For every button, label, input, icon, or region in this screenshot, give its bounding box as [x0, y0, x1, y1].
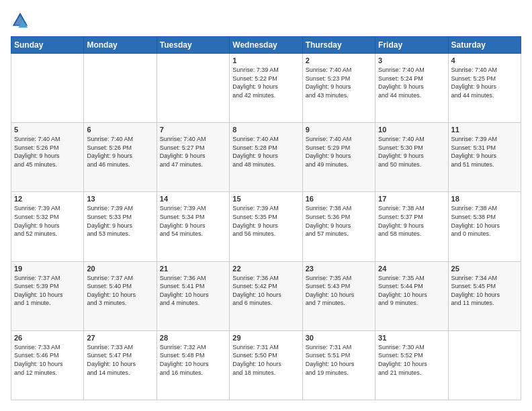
- day-cell: 16Sunrise: 7:38 AM Sunset: 5:36 PM Dayli…: [302, 192, 375, 261]
- day-cell: 28Sunrise: 7:32 AM Sunset: 5:48 PM Dayli…: [157, 330, 229, 400]
- day-info: Sunrise: 7:37 AM Sunset: 5:40 PM Dayligh…: [87, 274, 153, 308]
- day-info: Sunrise: 7:33 AM Sunset: 5:47 PM Dayligh…: [87, 343, 153, 377]
- day-cell: 17Sunrise: 7:38 AM Sunset: 5:37 PM Dayli…: [375, 192, 448, 261]
- day-info: Sunrise: 7:37 AM Sunset: 5:39 PM Dayligh…: [14, 274, 81, 308]
- day-cell: 15Sunrise: 7:39 AM Sunset: 5:35 PM Dayli…: [230, 192, 302, 261]
- day-cell: 14Sunrise: 7:39 AM Sunset: 5:34 PM Dayli…: [157, 192, 229, 261]
- weekday-header-monday: Monday: [84, 37, 157, 54]
- day-number: 22: [232, 265, 299, 273]
- day-info: Sunrise: 7:40 AM Sunset: 5:28 PM Dayligh…: [232, 135, 299, 169]
- day-info: Sunrise: 7:39 AM Sunset: 5:32 PM Dayligh…: [14, 204, 81, 238]
- day-number: 6: [87, 126, 153, 134]
- day-number: 29: [232, 334, 299, 342]
- logo: [11, 11, 32, 30]
- day-number: 31: [378, 334, 445, 342]
- day-number: 8: [232, 126, 299, 134]
- day-info: Sunrise: 7:40 AM Sunset: 5:25 PM Dayligh…: [451, 66, 518, 99]
- day-info: Sunrise: 7:33 AM Sunset: 5:46 PM Dayligh…: [14, 343, 81, 377]
- day-cell: 23Sunrise: 7:35 AM Sunset: 5:43 PM Dayli…: [302, 261, 375, 330]
- weekday-header-tuesday: Tuesday: [157, 37, 229, 54]
- day-number: 1: [232, 56, 299, 64]
- day-cell: 27Sunrise: 7:33 AM Sunset: 5:47 PM Dayli…: [84, 330, 157, 400]
- header: [11, 11, 521, 30]
- day-cell: 30Sunrise: 7:31 AM Sunset: 5:51 PM Dayli…: [302, 330, 375, 400]
- day-number: 24: [378, 265, 445, 273]
- day-number: 20: [87, 265, 153, 273]
- day-cell: 29Sunrise: 7:31 AM Sunset: 5:50 PM Dayli…: [230, 330, 302, 400]
- day-number: 13: [87, 195, 153, 203]
- weekday-header-row: SundayMondayTuesdayWednesdayThursdayFrid…: [11, 37, 521, 54]
- day-cell: 10Sunrise: 7:40 AM Sunset: 5:30 PM Dayli…: [375, 123, 448, 192]
- day-info: Sunrise: 7:31 AM Sunset: 5:51 PM Dayligh…: [306, 343, 372, 377]
- day-info: Sunrise: 7:34 AM Sunset: 5:45 PM Dayligh…: [451, 274, 518, 308]
- day-number: 14: [160, 195, 226, 203]
- week-row-2: 5Sunrise: 7:40 AM Sunset: 5:26 PM Daylig…: [11, 123, 521, 192]
- day-number: 21: [160, 265, 226, 273]
- day-number: 19: [14, 265, 81, 273]
- day-info: Sunrise: 7:38 AM Sunset: 5:38 PM Dayligh…: [451, 204, 518, 238]
- week-row-4: 19Sunrise: 7:37 AM Sunset: 5:39 PM Dayli…: [11, 261, 521, 330]
- day-number: 17: [378, 195, 445, 203]
- day-cell: 20Sunrise: 7:37 AM Sunset: 5:40 PM Dayli…: [84, 261, 157, 330]
- day-number: 2: [306, 56, 372, 64]
- day-cell: [448, 330, 521, 400]
- day-cell: [157, 54, 229, 123]
- day-info: Sunrise: 7:38 AM Sunset: 5:36 PM Dayligh…: [306, 204, 372, 238]
- day-info: Sunrise: 7:38 AM Sunset: 5:37 PM Dayligh…: [378, 204, 445, 238]
- day-cell: 31Sunrise: 7:30 AM Sunset: 5:52 PM Dayli…: [375, 330, 448, 400]
- day-info: Sunrise: 7:40 AM Sunset: 5:29 PM Dayligh…: [306, 135, 372, 169]
- day-number: 3: [378, 56, 445, 64]
- day-info: Sunrise: 7:40 AM Sunset: 5:26 PM Dayligh…: [14, 135, 81, 169]
- day-number: 4: [451, 56, 518, 64]
- week-row-1: 1Sunrise: 7:39 AM Sunset: 5:22 PM Daylig…: [11, 54, 521, 123]
- day-info: Sunrise: 7:40 AM Sunset: 5:26 PM Dayligh…: [87, 135, 153, 169]
- day-info: Sunrise: 7:40 AM Sunset: 5:24 PM Dayligh…: [378, 66, 445, 99]
- day-cell: 25Sunrise: 7:34 AM Sunset: 5:45 PM Dayli…: [448, 261, 521, 330]
- day-info: Sunrise: 7:39 AM Sunset: 5:31 PM Dayligh…: [451, 135, 518, 169]
- weekday-header-friday: Friday: [375, 37, 448, 54]
- day-cell: 13Sunrise: 7:39 AM Sunset: 5:33 PM Dayli…: [84, 192, 157, 261]
- day-cell: 6Sunrise: 7:40 AM Sunset: 5:26 PM Daylig…: [84, 123, 157, 192]
- day-number: 9: [306, 126, 372, 134]
- day-info: Sunrise: 7:39 AM Sunset: 5:35 PM Dayligh…: [232, 204, 299, 238]
- weekday-header-sunday: Sunday: [11, 37, 84, 54]
- day-number: 25: [451, 265, 518, 273]
- day-number: 18: [451, 195, 518, 203]
- day-number: 15: [232, 195, 299, 203]
- day-cell: 5Sunrise: 7:40 AM Sunset: 5:26 PM Daylig…: [11, 123, 84, 192]
- day-info: Sunrise: 7:39 AM Sunset: 5:34 PM Dayligh…: [160, 204, 226, 238]
- day-cell: 11Sunrise: 7:39 AM Sunset: 5:31 PM Dayli…: [448, 123, 521, 192]
- day-cell: 3Sunrise: 7:40 AM Sunset: 5:24 PM Daylig…: [375, 54, 448, 123]
- day-number: 12: [14, 195, 81, 203]
- day-info: Sunrise: 7:30 AM Sunset: 5:52 PM Dayligh…: [378, 343, 445, 377]
- page: SundayMondayTuesdayWednesdayThursdayFrid…: [0, 0, 532, 411]
- day-info: Sunrise: 7:39 AM Sunset: 5:33 PM Dayligh…: [87, 204, 153, 238]
- day-number: 26: [14, 334, 81, 342]
- day-cell: 24Sunrise: 7:35 AM Sunset: 5:44 PM Dayli…: [375, 261, 448, 330]
- day-number: 10: [378, 126, 445, 134]
- day-cell: 7Sunrise: 7:40 AM Sunset: 5:27 PM Daylig…: [157, 123, 229, 192]
- day-info: Sunrise: 7:32 AM Sunset: 5:48 PM Dayligh…: [160, 343, 226, 377]
- day-info: Sunrise: 7:36 AM Sunset: 5:42 PM Dayligh…: [232, 274, 299, 308]
- day-cell: 19Sunrise: 7:37 AM Sunset: 5:39 PM Dayli…: [11, 261, 84, 330]
- day-info: Sunrise: 7:35 AM Sunset: 5:43 PM Dayligh…: [306, 274, 372, 308]
- day-number: 5: [14, 126, 81, 134]
- logo-icon: [11, 11, 30, 30]
- day-number: 28: [160, 334, 226, 342]
- day-cell: 26Sunrise: 7:33 AM Sunset: 5:46 PM Dayli…: [11, 330, 84, 400]
- day-cell: 18Sunrise: 7:38 AM Sunset: 5:38 PM Dayli…: [448, 192, 521, 261]
- day-info: Sunrise: 7:40 AM Sunset: 5:30 PM Dayligh…: [378, 135, 445, 169]
- weekday-header-saturday: Saturday: [448, 37, 521, 54]
- day-cell: 12Sunrise: 7:39 AM Sunset: 5:32 PM Dayli…: [11, 192, 84, 261]
- day-cell: 1Sunrise: 7:39 AM Sunset: 5:22 PM Daylig…: [230, 54, 302, 123]
- day-number: 16: [306, 195, 372, 203]
- day-cell: 4Sunrise: 7:40 AM Sunset: 5:25 PM Daylig…: [448, 54, 521, 123]
- day-cell: 9Sunrise: 7:40 AM Sunset: 5:29 PM Daylig…: [302, 123, 375, 192]
- day-cell: 21Sunrise: 7:36 AM Sunset: 5:41 PM Dayli…: [157, 261, 229, 330]
- weekday-header-thursday: Thursday: [302, 37, 375, 54]
- day-info: Sunrise: 7:40 AM Sunset: 5:27 PM Dayligh…: [160, 135, 226, 169]
- day-info: Sunrise: 7:39 AM Sunset: 5:22 PM Dayligh…: [232, 66, 299, 99]
- day-cell: [11, 54, 84, 123]
- day-cell: 22Sunrise: 7:36 AM Sunset: 5:42 PM Dayli…: [230, 261, 302, 330]
- weekday-header-wednesday: Wednesday: [230, 37, 302, 54]
